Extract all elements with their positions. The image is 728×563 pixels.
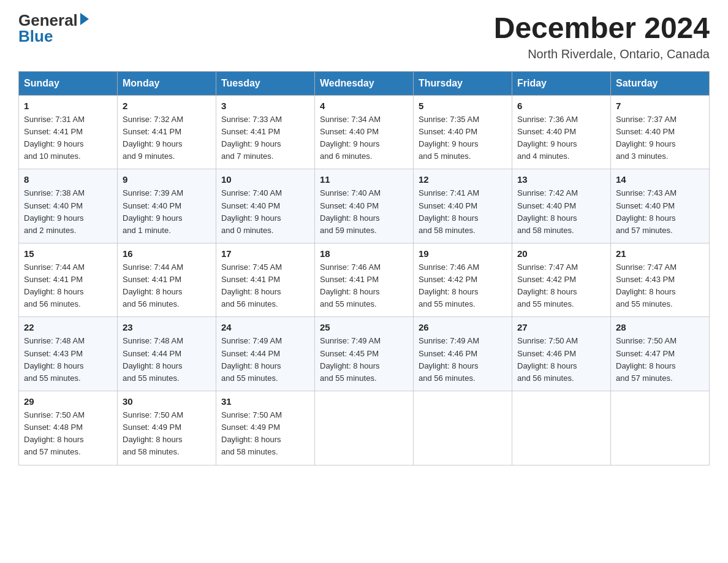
- day-number: 15: [24, 248, 112, 259]
- calendar-day-cell: 27 Sunrise: 7:50 AMSunset: 4:46 PMDaylig…: [512, 317, 611, 391]
- day-info: Sunrise: 7:40 AMSunset: 4:40 PMDaylight:…: [221, 188, 282, 234]
- calendar-day-cell: 5 Sunrise: 7:35 AMSunset: 4:40 PMDayligh…: [414, 95, 512, 169]
- calendar-day-cell: 28 Sunrise: 7:50 AMSunset: 4:47 PMDaylig…: [611, 317, 710, 391]
- location-title: North Riverdale, Ontario, Canada: [494, 47, 710, 61]
- day-info: Sunrise: 7:41 AMSunset: 4:40 PMDaylight:…: [419, 188, 479, 234]
- calendar-day-cell: 4 Sunrise: 7:34 AMSunset: 4:40 PMDayligh…: [315, 95, 414, 169]
- day-number: 3: [221, 101, 309, 111]
- weekday-header-cell: Friday: [512, 71, 611, 95]
- calendar-day-cell: 1 Sunrise: 7:31 AMSunset: 4:41 PMDayligh…: [19, 95, 118, 169]
- day-info: Sunrise: 7:50 AMSunset: 4:49 PMDaylight:…: [123, 410, 183, 456]
- calendar-day-cell: 18 Sunrise: 7:46 AMSunset: 4:41 PMDaylig…: [315, 243, 414, 317]
- calendar-day-cell: 11 Sunrise: 7:40 AMSunset: 4:40 PMDaylig…: [315, 169, 414, 243]
- weekday-header-row: SundayMondayTuesdayWednesdayThursdayFrid…: [19, 71, 710, 95]
- calendar-day-cell: 9 Sunrise: 7:39 AMSunset: 4:40 PMDayligh…: [118, 169, 216, 243]
- day-number: 14: [616, 174, 704, 185]
- calendar-week-row: 15 Sunrise: 7:44 AMSunset: 4:41 PMDaylig…: [19, 243, 710, 317]
- calendar-day-cell: 15 Sunrise: 7:44 AMSunset: 4:41 PMDaylig…: [19, 243, 118, 317]
- day-info: Sunrise: 7:49 AMSunset: 4:45 PMDaylight:…: [320, 336, 381, 382]
- calendar-day-cell: 8 Sunrise: 7:38 AMSunset: 4:40 PMDayligh…: [19, 169, 118, 243]
- weekday-header-cell: Saturday: [611, 71, 710, 95]
- day-number: 16: [123, 248, 211, 259]
- calendar-day-cell: 29 Sunrise: 7:50 AMSunset: 4:48 PMDaylig…: [19, 391, 118, 465]
- calendar-week-row: 22 Sunrise: 7:48 AMSunset: 4:43 PMDaylig…: [19, 317, 710, 391]
- calendar-day-cell: 21 Sunrise: 7:47 AMSunset: 4:43 PMDaylig…: [611, 243, 710, 317]
- calendar-day-cell: 17 Sunrise: 7:45 AMSunset: 4:41 PMDaylig…: [216, 243, 315, 317]
- day-number: 1: [24, 101, 112, 111]
- day-info: Sunrise: 7:47 AMSunset: 4:43 PMDaylight:…: [616, 262, 677, 308]
- day-number: 25: [320, 322, 408, 332]
- day-number: 6: [517, 101, 605, 111]
- calendar-day-cell: [315, 391, 414, 465]
- weekday-header-cell: Thursday: [414, 71, 512, 95]
- day-number: 11: [320, 174, 408, 185]
- day-info: Sunrise: 7:43 AMSunset: 4:40 PMDaylight:…: [616, 188, 677, 234]
- day-number: 28: [616, 322, 704, 332]
- day-info: Sunrise: 7:35 AMSunset: 4:40 PMDaylight:…: [419, 115, 479, 161]
- calendar-day-cell: 23 Sunrise: 7:48 AMSunset: 4:44 PMDaylig…: [118, 317, 216, 391]
- day-info: Sunrise: 7:37 AMSunset: 4:40 PMDaylight:…: [616, 115, 677, 161]
- day-number: 4: [320, 101, 408, 111]
- calendar-day-cell: 7 Sunrise: 7:37 AMSunset: 4:40 PMDayligh…: [611, 95, 710, 169]
- weekday-header-cell: Monday: [118, 71, 216, 95]
- day-number: 23: [123, 322, 211, 332]
- day-info: Sunrise: 7:32 AMSunset: 4:41 PMDaylight:…: [123, 115, 183, 161]
- day-number: 18: [320, 248, 408, 259]
- day-number: 20: [517, 248, 605, 259]
- day-number: 8: [24, 174, 112, 185]
- day-info: Sunrise: 7:49 AMSunset: 4:44 PMDaylight:…: [221, 336, 282, 382]
- day-info: Sunrise: 7:46 AMSunset: 4:42 PMDaylight:…: [419, 262, 479, 308]
- calendar-day-cell: 3 Sunrise: 7:33 AMSunset: 4:41 PMDayligh…: [216, 95, 315, 169]
- logo-arrow-icon: [80, 13, 89, 25]
- calendar-day-cell: 25 Sunrise: 7:49 AMSunset: 4:45 PMDaylig…: [315, 317, 414, 391]
- calendar-day-cell: 6 Sunrise: 7:36 AMSunset: 4:40 PMDayligh…: [512, 95, 611, 169]
- calendar-day-cell: 14 Sunrise: 7:43 AMSunset: 4:40 PMDaylig…: [611, 169, 710, 243]
- day-info: Sunrise: 7:46 AMSunset: 4:41 PMDaylight:…: [320, 262, 381, 308]
- page-header: General Blue December 2024 North Riverda…: [18, 12, 710, 61]
- calendar-week-row: 8 Sunrise: 7:38 AMSunset: 4:40 PMDayligh…: [19, 169, 710, 243]
- day-number: 29: [24, 396, 112, 407]
- day-number: 12: [419, 174, 507, 185]
- day-number: 27: [517, 322, 605, 332]
- day-info: Sunrise: 7:34 AMSunset: 4:40 PMDaylight:…: [320, 115, 381, 161]
- calendar-day-cell: 13 Sunrise: 7:42 AMSunset: 4:40 PMDaylig…: [512, 169, 611, 243]
- weekday-header-cell: Sunday: [19, 71, 118, 95]
- day-info: Sunrise: 7:47 AMSunset: 4:42 PMDaylight:…: [517, 262, 578, 308]
- day-number: 9: [123, 174, 211, 185]
- day-info: Sunrise: 7:50 AMSunset: 4:48 PMDaylight:…: [24, 410, 85, 456]
- calendar-day-cell: 26 Sunrise: 7:49 AMSunset: 4:46 PMDaylig…: [414, 317, 512, 391]
- day-info: Sunrise: 7:44 AMSunset: 4:41 PMDaylight:…: [24, 262, 85, 308]
- calendar-day-cell: 10 Sunrise: 7:40 AMSunset: 4:40 PMDaylig…: [216, 169, 315, 243]
- calendar-day-cell: 19 Sunrise: 7:46 AMSunset: 4:42 PMDaylig…: [414, 243, 512, 317]
- day-info: Sunrise: 7:33 AMSunset: 4:41 PMDaylight:…: [221, 115, 282, 161]
- weekday-header-cell: Tuesday: [216, 71, 315, 95]
- calendar-day-cell: 30 Sunrise: 7:50 AMSunset: 4:49 PMDaylig…: [118, 391, 216, 465]
- weekday-header-cell: Wednesday: [315, 71, 414, 95]
- calendar-week-row: 29 Sunrise: 7:50 AMSunset: 4:48 PMDaylig…: [19, 391, 710, 465]
- calendar-day-cell: [512, 391, 611, 465]
- day-info: Sunrise: 7:49 AMSunset: 4:46 PMDaylight:…: [419, 336, 479, 382]
- day-info: Sunrise: 7:50 AMSunset: 4:47 PMDaylight:…: [616, 336, 677, 382]
- logo-general-text: General: [18, 12, 78, 28]
- day-info: Sunrise: 7:31 AMSunset: 4:41 PMDaylight:…: [24, 115, 85, 161]
- calendar-day-cell: 31 Sunrise: 7:50 AMSunset: 4:49 PMDaylig…: [216, 391, 315, 465]
- day-number: 22: [24, 322, 112, 332]
- day-number: 17: [221, 248, 309, 259]
- calendar-day-cell: [414, 391, 512, 465]
- day-number: 24: [221, 322, 309, 332]
- calendar-day-cell: 12 Sunrise: 7:41 AMSunset: 4:40 PMDaylig…: [414, 169, 512, 243]
- day-number: 30: [123, 396, 211, 407]
- day-info: Sunrise: 7:39 AMSunset: 4:40 PMDaylight:…: [123, 188, 183, 234]
- day-number: 13: [517, 174, 605, 185]
- day-info: Sunrise: 7:38 AMSunset: 4:40 PMDaylight:…: [24, 188, 85, 234]
- calendar-day-cell: 16 Sunrise: 7:44 AMSunset: 4:41 PMDaylig…: [118, 243, 216, 317]
- logo-blue-text: Blue: [18, 28, 53, 44]
- calendar-day-cell: 24 Sunrise: 7:49 AMSunset: 4:44 PMDaylig…: [216, 317, 315, 391]
- day-number: 5: [419, 101, 507, 111]
- day-number: 2: [123, 101, 211, 111]
- calendar-table: SundayMondayTuesdayWednesdayThursdayFrid…: [18, 71, 710, 465]
- day-number: 21: [616, 248, 704, 259]
- calendar-body: 1 Sunrise: 7:31 AMSunset: 4:41 PMDayligh…: [19, 95, 710, 465]
- calendar-week-row: 1 Sunrise: 7:31 AMSunset: 4:41 PMDayligh…: [19, 95, 710, 169]
- calendar-day-cell: 2 Sunrise: 7:32 AMSunset: 4:41 PMDayligh…: [118, 95, 216, 169]
